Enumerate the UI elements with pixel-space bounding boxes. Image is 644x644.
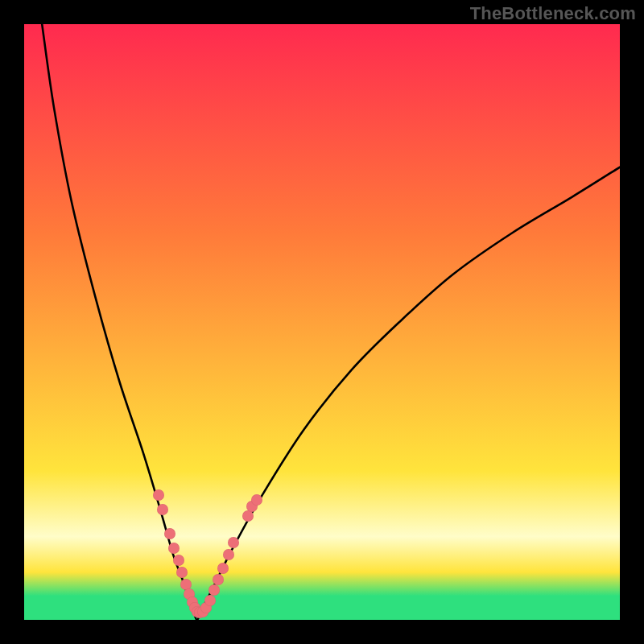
plot-area (24, 24, 620, 620)
attribution-text: TheBottleneck.com (470, 3, 636, 24)
data-point (223, 549, 234, 560)
data-point (153, 489, 164, 501)
curve-path (42, 24, 620, 620)
data-point (164, 528, 175, 539)
chart-stage: TheBottleneck.com (0, 0, 644, 644)
data-point (204, 595, 216, 606)
data-point (176, 567, 188, 578)
data-point (217, 563, 229, 574)
data-point (251, 494, 262, 506)
bottleneck-curve (24, 24, 620, 620)
data-point (173, 555, 184, 566)
data-point (208, 584, 220, 596)
